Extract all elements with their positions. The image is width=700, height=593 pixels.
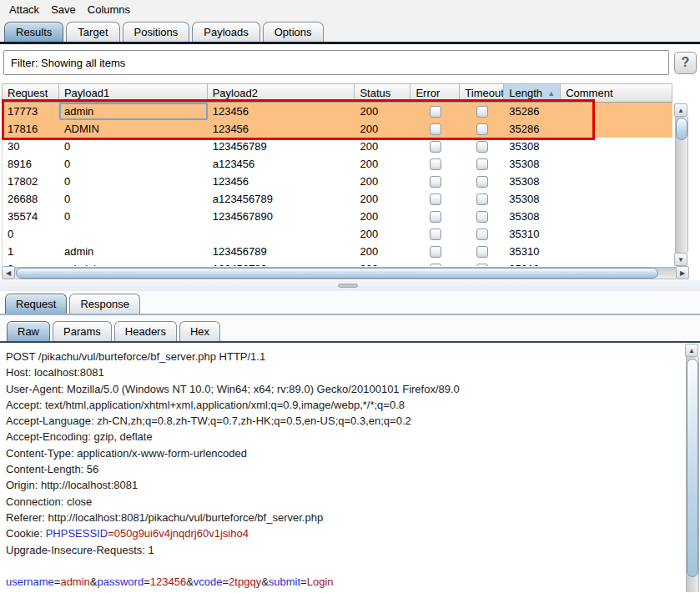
scroll-up-button[interactable]: ▲ — [674, 103, 687, 117]
cell-error — [410, 260, 460, 266]
error-checkbox[interactable] — [430, 193, 441, 205]
tab-params[interactable]: Params — [53, 321, 112, 341]
scroll-left-button[interactable]: ◀ — [2, 266, 15, 279]
column-header-payload2[interactable]: Payload2 — [208, 84, 355, 102]
cell-comment — [561, 243, 672, 260]
pane-splitter[interactable] — [0, 280, 700, 291]
cell-payload2: 1234567890 — [208, 208, 355, 225]
timeout-checkbox[interactable] — [476, 211, 488, 223]
timeout-checkbox[interactable] — [476, 141, 488, 153]
timeout-checkbox[interactable] — [476, 229, 488, 240]
cell-length: 35308 — [504, 173, 561, 190]
scroll-up-button[interactable]: ▲ — [685, 344, 698, 357]
table-row[interactable]: 355740123456789020035308 — [3, 208, 672, 225]
help-button[interactable]: ? — [674, 52, 697, 74]
cell-status: 200 — [355, 260, 410, 266]
scrollbar-thumb[interactable] — [687, 359, 698, 577]
cell-payload2: 123456789 — [208, 260, 355, 266]
request-line — [6, 558, 682, 574]
table-row[interactable]: 17802012345620035308 — [3, 173, 672, 190]
timeout-checkbox[interactable] — [476, 176, 488, 188]
timeout-checkbox[interactable] — [476, 106, 488, 118]
tab-payloads[interactable]: Payloads — [192, 22, 259, 42]
request-line: Connection: close — [6, 494, 682, 510]
error-checkbox[interactable] — [430, 176, 441, 188]
scrollbar-track[interactable] — [675, 117, 688, 253]
cell-length: 35308 — [504, 155, 561, 173]
menu-item-save[interactable]: Save — [45, 2, 82, 18]
table-row[interactable]: 89160a12345620035308 — [3, 155, 672, 173]
column-header-timeout[interactable]: Timeout — [460, 84, 504, 102]
column-header-request[interactable]: Request — [3, 84, 59, 102]
tab-response[interactable]: Response — [69, 294, 140, 314]
scrollbar-thumb[interactable] — [16, 268, 658, 279]
column-header-error[interactable]: Error — [410, 84, 460, 102]
error-checkbox[interactable] — [430, 229, 441, 240]
table-row[interactable]: 1admin12345678920035310 — [3, 243, 672, 260]
timeout-checkbox[interactable] — [476, 123, 488, 135]
cell-error — [410, 208, 460, 225]
column-header-status[interactable]: Status — [355, 84, 410, 102]
request-editor[interactable]: POST /pikachu/vul/burteforce/bf_server.p… — [0, 343, 700, 593]
menu-item-columns[interactable]: Columns — [82, 2, 136, 18]
menu-item-attack[interactable]: Attack — [3, 2, 45, 18]
tab-request[interactable]: Request — [5, 294, 67, 314]
table-vertical-scrollbar[interactable]: ▲ ▼ — [674, 103, 689, 266]
tab-headers[interactable]: Headers — [114, 321, 177, 341]
error-checkbox[interactable] — [430, 246, 441, 258]
scroll-right-button[interactable]: ▶ — [676, 266, 689, 279]
timeout-checkbox[interactable] — [476, 158, 488, 170]
tab-options[interactable]: Options — [263, 22, 324, 42]
tab-hex[interactable]: Hex — [179, 321, 220, 341]
column-header-payload1[interactable]: Payload1 — [59, 84, 208, 102]
cell-status: 200 — [355, 243, 410, 260]
filter-summary[interactable]: Filter: Showing all items — [3, 50, 669, 75]
error-checkbox[interactable] — [430, 141, 441, 153]
table-row[interactable]: 17816ADMIN12345620035286 — [3, 120, 672, 138]
request-line: Referer: http://localhost:8081/pikachu/v… — [6, 510, 682, 525]
request-segment-name: username — [6, 575, 54, 588]
table-horizontal-scrollbar[interactable]: ◀ ▶ — [2, 266, 689, 280]
request-line: POST /pikachu/vul/burteforce/bf_server.p… — [6, 349, 682, 364]
scrollbar-track[interactable] — [15, 267, 676, 279]
cell-status: 200 — [355, 155, 410, 173]
timeout-checkbox[interactable] — [476, 193, 488, 205]
request-line: username=admin&password=123456&vcode=2tp… — [6, 574, 682, 590]
cell-payload2: a123456 — [208, 155, 355, 173]
cell-timeout — [460, 208, 504, 225]
splitter-grip-icon[interactable] — [338, 284, 358, 288]
cell-payload1: 0 — [59, 173, 208, 190]
tab-target[interactable]: Target — [66, 22, 119, 42]
table-row[interactable]: 2admin'12345678920035310 — [3, 260, 672, 266]
cell-payload2: 123456 — [208, 173, 355, 190]
table-row[interactable]: 020035310 — [3, 225, 672, 243]
timeout-checkbox[interactable] — [476, 246, 488, 258]
table-row[interactable]: 30012345678920035308 — [3, 138, 672, 155]
request-line: Content-Type: application/x-www-form-url… — [6, 445, 682, 461]
cell-error — [410, 225, 460, 243]
request-segment-plain: = — [223, 575, 229, 588]
error-checkbox[interactable] — [430, 211, 441, 223]
cell-error — [410, 138, 460, 155]
error-checkbox[interactable] — [430, 106, 441, 118]
cell-status: 200 — [355, 103, 410, 120]
scroll-down-button[interactable]: ▼ — [674, 253, 687, 266]
table-row[interactable]: 266880a12345678920035308 — [3, 190, 672, 208]
cell-comment — [561, 120, 672, 138]
scrollbar-track[interactable] — [686, 357, 699, 592]
column-header-comment[interactable]: Comment — [561, 84, 672, 102]
error-checkbox[interactable] — [430, 158, 441, 170]
cell-payload2: 123456 — [208, 103, 355, 120]
tab-positions[interactable]: Positions — [123, 22, 190, 42]
error-checkbox[interactable] — [430, 123, 441, 135]
tab-results[interactable]: Results — [4, 22, 63, 42]
request-segment-plain: Host: localhost:8081 — [6, 366, 104, 379]
tab-raw[interactable]: Raw — [7, 321, 50, 341]
cell-length: 35308 — [504, 208, 561, 225]
request-segment-plain: Accept-Encoding: gzip, deflate — [6, 430, 153, 443]
editor-vertical-scrollbar[interactable]: ▲ — [685, 344, 700, 592]
scrollbar-thumb[interactable] — [676, 118, 687, 140]
column-header-length[interactable]: Length▲ — [504, 84, 561, 102]
table-row[interactable]: 17773admin12345620035286 — [3, 103, 672, 120]
cell-error — [410, 190, 460, 208]
